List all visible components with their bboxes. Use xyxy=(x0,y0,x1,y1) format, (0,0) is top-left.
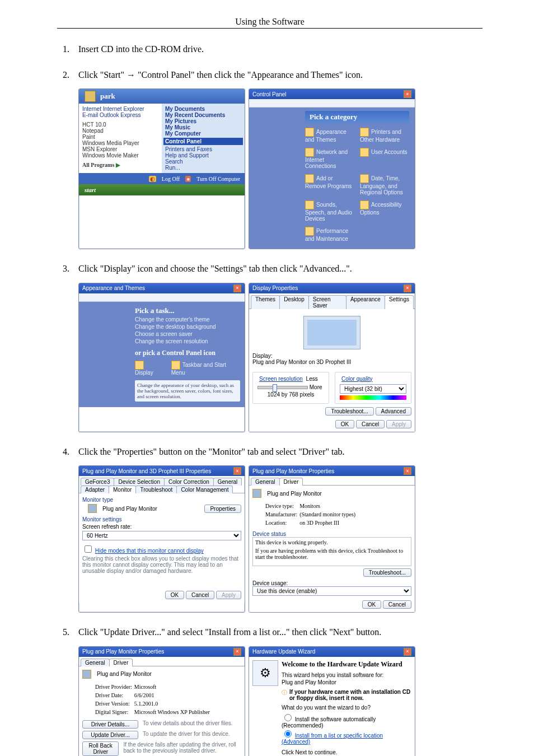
sm-note[interactable]: Notepad xyxy=(82,128,158,134)
tab-settings[interactable]: Settings xyxy=(385,295,414,309)
tab-adapter[interactable]: Adapter xyxy=(81,486,109,493)
color-quality-select[interactable]: Highest (32 bit) xyxy=(340,384,406,394)
properties-button[interactable]: Properties xyxy=(204,505,241,513)
status-h: Device status xyxy=(252,531,411,537)
opt-auto-radio[interactable] xyxy=(284,714,292,721)
close-icon[interactable]: × xyxy=(404,284,411,292)
opt-list[interactable]: Install from a list or specific location… xyxy=(282,732,383,745)
tab-general[interactable]: General xyxy=(213,478,242,486)
cancel-button[interactable]: Cancel xyxy=(383,600,411,609)
cancel-button[interactable]: Cancel xyxy=(356,420,385,428)
sm-search[interactable]: Search xyxy=(165,158,241,165)
tab-ss[interactable]: Screen Saver xyxy=(308,295,346,309)
advanced-button[interactable]: Advanced xyxy=(376,407,411,416)
resolution-slider[interactable] xyxy=(257,386,308,389)
hw-device: Plug and Play Monitor xyxy=(282,679,411,685)
troubleshoot-button[interactable]: Troubleshoot... xyxy=(325,407,373,416)
close-icon[interactable]: × xyxy=(233,284,241,292)
prov-l: Driver Provider: xyxy=(95,683,133,690)
start-button[interactable]: start xyxy=(85,186,96,193)
sm-pics[interactable]: My Pictures xyxy=(165,118,241,124)
sm-email[interactable]: E-mail Outlook Express xyxy=(82,112,158,118)
sm-wmp[interactable]: Windows Media Player xyxy=(82,140,158,146)
tab-general2[interactable]: General xyxy=(251,478,280,486)
tab-geforce[interactable]: GeForce3 xyxy=(81,478,114,486)
at-hint: Change the appearance of your desktop, s… xyxy=(135,380,240,402)
hide-modes-checkbox[interactable] xyxy=(85,545,92,553)
troubleshoot2-button[interactable]: Troubleshoot... xyxy=(363,568,411,577)
sm-mydocs[interactable]: My Documents xyxy=(165,106,241,112)
task-ss[interactable]: Choose a screen saver xyxy=(135,331,239,337)
step-3-text: Click "Display" icon and choose the "Set… xyxy=(78,264,352,273)
devtype-v: Monitors xyxy=(299,502,356,510)
task-theme[interactable]: Change the computer's theme xyxy=(135,316,239,323)
tab-devsel[interactable]: Device Selection xyxy=(114,478,164,486)
close-icon[interactable]: × xyxy=(404,467,411,475)
msettings-h: Monitor settings xyxy=(82,516,241,522)
sm-music[interactable]: My Music xyxy=(165,124,241,130)
pnpp-heading: Plug and Play Monitor xyxy=(267,491,322,497)
sm-cpanel[interactable]: Control Panel xyxy=(163,138,243,145)
apply-button[interactable]: Apply xyxy=(216,591,241,599)
sm-recent[interactable]: My Recent Documents xyxy=(165,112,241,118)
opt-list-radio[interactable] xyxy=(284,730,292,738)
refresh-select[interactable]: 60 Hertz xyxy=(82,531,241,540)
step-1: Insert CD into the CD-ROM drive. xyxy=(72,43,483,55)
logoff-button[interactable]: Log Off xyxy=(162,176,180,182)
close-icon[interactable]: × xyxy=(404,648,411,656)
sm-run[interactable]: Run... xyxy=(165,165,241,171)
category-icon xyxy=(305,174,314,183)
ver-l: Driver Version: xyxy=(95,700,133,707)
tab-driver3[interactable]: Driver xyxy=(109,659,133,666)
task-res[interactable]: Change the screen resolution xyxy=(135,338,239,344)
status-hint: If you are having problems with this dev… xyxy=(255,548,409,560)
sm-msn[interactable]: MSN Explorer xyxy=(82,146,158,152)
tab-driver2[interactable]: Driver xyxy=(279,478,303,486)
update-driver-button[interactable]: Update Driver... xyxy=(82,731,138,739)
tab-themes[interactable]: Themes xyxy=(251,295,280,309)
ok-button[interactable]: OK xyxy=(335,420,354,428)
task-bg[interactable]: Change the desktop background xyxy=(135,324,239,330)
opt-auto[interactable]: Install the software automatically (Reco… xyxy=(282,716,376,729)
cancel-button[interactable]: Cancel xyxy=(186,591,214,599)
sm-ie[interactable]: Internet Internet Explorer xyxy=(82,106,158,112)
monitor-preview-icon xyxy=(303,316,360,349)
sm-hct[interactable]: HCT 10.0 xyxy=(82,122,158,128)
icon-display[interactable]: Display xyxy=(135,370,153,376)
category-icon xyxy=(360,148,369,157)
tab-monitor[interactable]: Monitor xyxy=(109,486,136,493)
update-hint: To update the driver for this device. xyxy=(143,731,230,739)
turnoff-button[interactable]: Turn Off Computer xyxy=(196,176,240,182)
manu-v: (Standard monitor types) xyxy=(299,511,356,518)
sm-printers[interactable]: Printers and Faxes xyxy=(165,146,241,152)
cp-title: Control Panel xyxy=(252,91,287,97)
ok-button[interactable]: OK xyxy=(362,600,381,609)
sm-computer[interactable]: My Computer xyxy=(165,130,241,137)
tab-desktop[interactable]: Desktop xyxy=(279,295,309,309)
sig-l: Digital Signer: xyxy=(95,708,133,716)
sm-paint[interactable]: Paint xyxy=(82,134,158,140)
close-icon[interactable]: × xyxy=(233,648,241,656)
tab-colormgmt[interactable]: Color Management xyxy=(176,486,233,493)
tab-appear[interactable]: Appearance xyxy=(346,295,385,309)
cat-users[interactable]: User Accounts xyxy=(371,149,407,155)
rollback-button[interactable]: Roll Back Driver xyxy=(82,741,119,756)
step-5-text: Click "Update Driver..." and select "Ins… xyxy=(78,627,381,637)
tab-colorcorr[interactable]: Color Correction xyxy=(164,478,214,486)
hide-label[interactable]: Hide modes that this monitor cannot disp… xyxy=(95,548,204,554)
driver-details-button[interactable]: Driver Details... xyxy=(82,720,138,729)
sm-wmm[interactable]: Windows Movie Maker xyxy=(82,152,158,158)
pnp-props-window: Plug and Play Monitor Properties× Genera… xyxy=(249,465,415,613)
close-icon[interactable]: × xyxy=(404,90,411,98)
tab-general3[interactable]: General xyxy=(81,659,110,666)
usage-select[interactable]: Use this device (enable) xyxy=(252,586,411,596)
ok-button[interactable]: OK xyxy=(165,591,184,599)
close-icon[interactable]: × xyxy=(233,467,241,475)
refresh-label: Screen refresh rate: xyxy=(82,524,241,530)
rollback-hint: If the device fails after updating the d… xyxy=(123,741,241,756)
tab-trouble[interactable]: Troubleshoot xyxy=(135,486,177,493)
apply-button[interactable]: Apply xyxy=(386,420,411,428)
category-icon xyxy=(360,128,369,137)
sm-help[interactable]: Help and Support xyxy=(165,152,241,158)
sm-allprog[interactable]: All Programs xyxy=(82,162,114,168)
